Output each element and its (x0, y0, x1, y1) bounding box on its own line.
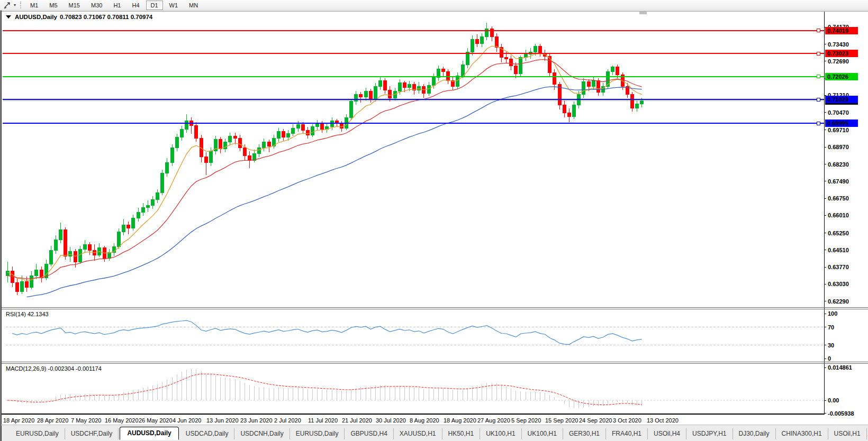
time-axis[interactable]: 18 Apr 202028 Apr 20207 May 202016 May 2… (3, 417, 679, 424)
timeframe-button-m30[interactable]: M30 (86, 1, 107, 10)
candle (238, 139, 241, 148)
chart-collapse-icon[interactable] (6, 15, 11, 19)
candle (432, 77, 435, 85)
price-axis-label: 0.64510 (828, 247, 849, 253)
candle (49, 250, 52, 264)
tab-gbpusd-h4[interactable]: GBPUSD,H4 (345, 428, 393, 439)
timeframe-button-h1[interactable]: H1 (108, 1, 125, 10)
tab-eurusd-daily[interactable]: EURUSD,Daily (10, 428, 65, 439)
timeframe-button-m15[interactable]: M15 (64, 1, 85, 10)
candle (282, 132, 285, 137)
date-label: 18 Apr 2020 (3, 417, 34, 424)
price-axis-label: 0.68970 (828, 144, 849, 150)
date-label: 28 Apr 2020 (37, 417, 68, 424)
tab-xauusd-h1[interactable]: XAUUSD,H1 (394, 428, 442, 439)
candle (117, 232, 120, 246)
candle (567, 113, 571, 117)
candle (398, 83, 401, 91)
toolbar-separator-grip[interactable] (20, 2, 21, 8)
candle (248, 155, 251, 160)
candle (15, 282, 19, 291)
moving-average-lines (7, 46, 642, 297)
timeframe-button-mn[interactable]: MN (184, 1, 203, 10)
candle (146, 205, 149, 207)
tab-dj30-daily[interactable]: DJ30,Daily (733, 428, 776, 439)
timeframe-button-h4[interactable]: H4 (127, 1, 144, 10)
line-handle (817, 122, 820, 125)
horizontal-line-0.73023[interactable]: 0.73023 (3, 50, 858, 57)
candle (287, 134, 290, 137)
chart-tabs: EURUSD,DailyUSDCHF,DailyAUDUSD,DailyUSDC… (10, 427, 867, 439)
tab-hk50-h1[interactable]: HK50,H1 (442, 428, 481, 439)
candle (442, 69, 445, 71)
candle (185, 121, 188, 129)
price-axis[interactable]: 0.741700.734300.726900.719500.712100.704… (824, 12, 849, 414)
tab-usdcnh-daily[interactable]: USDCNH,Daily (234, 428, 290, 439)
tab-audusd-daily[interactable]: AUDUSD,Daily (120, 427, 178, 440)
timeframe-toolbar: M1M5M15M30H1H4D1W1MN (25, 1, 204, 10)
price-axis-label: 0.70470 (828, 109, 849, 116)
candle (219, 140, 222, 149)
macd-axis-label: -0.005938 (828, 410, 854, 417)
toolbar-dropdown-icon[interactable]: ▾ (12, 3, 18, 7)
candle (582, 82, 585, 95)
tab-fra40-h1[interactable]: FRA40,H1 (606, 428, 648, 439)
date-label: 23 Jun 2020 (240, 417, 273, 424)
price-axis-label: 0.72690 (828, 58, 849, 65)
chart-title-symbol: AUDUSD,Daily (15, 14, 57, 20)
timeframe-button-d1[interactable]: D1 (146, 1, 163, 10)
line-handle (817, 29, 820, 32)
tab-ger30-h1[interactable]: GER30,H1 (563, 428, 606, 439)
candle (408, 84, 411, 88)
price-axis-label: 0.67490 (828, 178, 849, 185)
candle (519, 58, 522, 74)
candle (229, 136, 232, 142)
bid-price-line: 0.70974 (3, 97, 858, 105)
rsi-axis-label: 30 (828, 342, 834, 348)
tab-usdcad-daily[interactable]: USDCAD,Daily (180, 428, 235, 439)
candle (374, 86, 377, 99)
horizontal-line-0.69995[interactable]: 0.69995 (3, 120, 858, 127)
candle (340, 123, 343, 128)
ma-line-8 (7, 46, 642, 281)
tab-usdchf-daily[interactable]: USDCHF,Daily (65, 428, 119, 439)
tab-usoil-h1[interactable]: USOil,H1 (828, 428, 867, 439)
svg-text:0.74019: 0.74019 (827, 27, 848, 34)
candle (573, 105, 576, 116)
tab-uk100-h1[interactable]: UK100,H1 (480, 428, 521, 439)
price-axis-label: 0.63030 (828, 281, 849, 287)
candle (587, 82, 590, 87)
chart-shift-marker[interactable] (639, 12, 647, 14)
tab-uk100-h1[interactable]: UK100,H1 (522, 428, 563, 439)
timeframe-button-m5[interactable]: M5 (44, 1, 62, 10)
date-label: 21 Jul 2020 (342, 417, 372, 424)
candle (55, 240, 58, 251)
date-label: 27 Aug 2020 (477, 417, 510, 424)
rsi-axis-label: 70 (828, 324, 834, 330)
timeframe-button-w1[interactable]: W1 (165, 1, 183, 10)
timeframe-button-m1[interactable]: M1 (25, 1, 43, 10)
tab-usdjpy-h1[interactable]: USDJPY,H1 (686, 428, 733, 439)
candle (461, 65, 464, 76)
price-axis-label: 0.73430 (828, 41, 849, 48)
horizontal-line-0.74019[interactable]: 0.74019 (3, 27, 858, 34)
candle (25, 281, 29, 287)
tab-eurusd-daily[interactable]: EURUSD,Daily (290, 428, 345, 439)
candle (88, 244, 92, 250)
rsi-axis-label: 0 (828, 355, 831, 362)
tab-china300-h1[interactable]: CHINA300,H1 (776, 428, 828, 439)
tab-usoil-h4[interactable]: USOil,H4 (648, 428, 686, 439)
candle (490, 29, 493, 36)
price-chart-canvas[interactable]: AUDUSD,Daily 0.70823 0.71067 0.70811 0.7… (2, 11, 868, 425)
horizontal-line-0.72026[interactable]: 0.72026 (3, 73, 858, 80)
candle (258, 148, 261, 153)
date-label: 30 Jul 2020 (376, 417, 406, 424)
crosshair-tool-icon[interactable] (2, 1, 12, 10)
candle (301, 124, 304, 130)
candle (514, 66, 518, 74)
candlesticks (6, 23, 644, 295)
svg-text:0.72026: 0.72026 (827, 74, 848, 80)
svg-text:0.69995: 0.69995 (827, 120, 848, 126)
candle (471, 39, 474, 52)
crosshair-tool-glyph (3, 1, 11, 9)
